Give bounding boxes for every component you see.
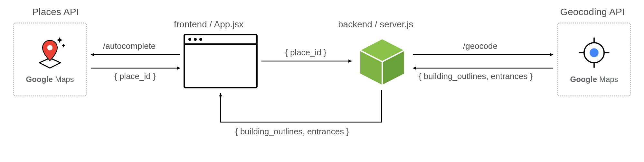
edge-label-place-id-request: { place_id } bbox=[285, 48, 327, 58]
maps-word: Maps bbox=[53, 75, 74, 84]
google-word: Google bbox=[26, 75, 53, 84]
window-dot-icon bbox=[199, 38, 202, 41]
backend-cube-icon bbox=[355, 35, 410, 89]
edge-label-geocode: /geocode bbox=[463, 41, 497, 51]
browser-titlebar bbox=[185, 35, 256, 45]
edge-label-geocode-response: { building_outlines, entrances } bbox=[419, 71, 533, 81]
google-word: Google bbox=[570, 75, 597, 84]
geocoding-api-box: Google Maps bbox=[557, 22, 631, 96]
window-dot-icon bbox=[194, 38, 197, 41]
architecture-diagram: Places API Google Maps bbox=[0, 0, 644, 162]
geocoding-api-title: Geocoding API bbox=[560, 6, 625, 17]
edge-label-autocomplete: /autocomplete bbox=[103, 41, 156, 51]
window-dot-icon bbox=[188, 38, 191, 41]
edge-label-be-to-fe: { building_outlines, entrances } bbox=[235, 127, 349, 137]
google-maps-label: Google Maps bbox=[26, 75, 74, 84]
map-pin-icon bbox=[32, 35, 68, 70]
edge-label-place-id-response: { place_id } bbox=[114, 71, 156, 81]
backend-label: backend / server.js bbox=[338, 19, 413, 30]
maps-word: Maps bbox=[597, 75, 618, 84]
svg-point-0 bbox=[47, 45, 53, 50]
places-api-box: Google Maps bbox=[13, 22, 87, 96]
location-target-icon bbox=[576, 35, 612, 70]
svg-point-6 bbox=[590, 48, 599, 57]
frontend-browser-icon bbox=[184, 34, 258, 88]
frontend-label: frontend / App.jsx bbox=[174, 19, 243, 30]
google-maps-label: Google Maps bbox=[570, 75, 618, 84]
places-api-title: Places API bbox=[32, 6, 79, 17]
arrows-layer bbox=[0, 0, 644, 162]
